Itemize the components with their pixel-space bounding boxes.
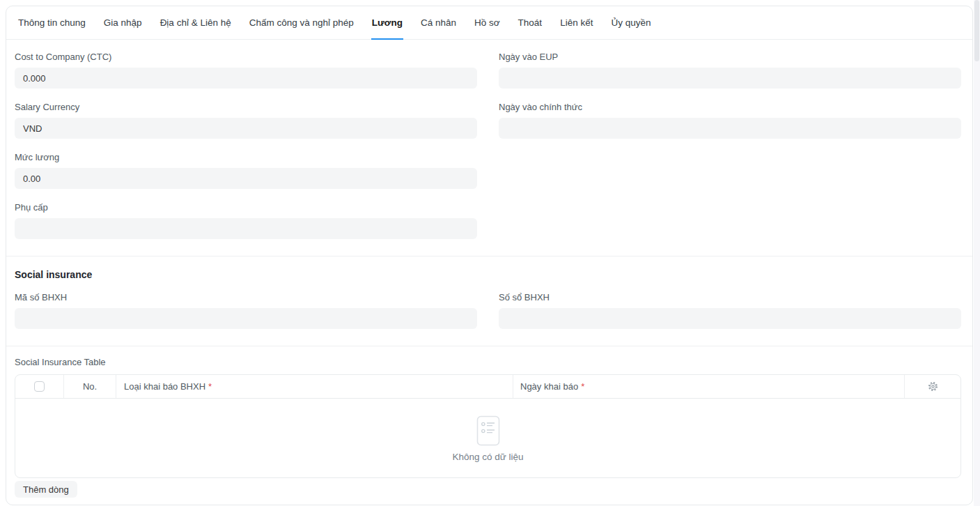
required-marker: * [581, 381, 584, 392]
field-so-so-bhxh: Số sổ BHXH [499, 292, 961, 329]
social-insurance-fields-grid: Mã số BHXH Số sổ BHXH [15, 292, 961, 342]
field-ctc-input[interactable] [15, 68, 477, 89]
tab-gia-nhap[interactable]: Gia nhập [95, 6, 151, 39]
add-row-button[interactable]: Thêm dòng [15, 481, 77, 498]
empty-grid-cell [499, 152, 961, 202]
tab-luong[interactable]: Lương [363, 6, 412, 39]
page-scrollbar-track[interactable] [974, 0, 980, 506]
field-ngay-vao-eup-input[interactable] [499, 68, 961, 89]
gear-icon [927, 381, 939, 392]
field-ctc-label: Cost to Company (CTC) [15, 52, 477, 62]
field-so-so-bhxh-input[interactable] [499, 308, 961, 329]
tab-ca-nhan[interactable]: Cá nhân [412, 6, 465, 39]
table-header-ngay-khai-bao: Ngày khai báo * [513, 375, 905, 398]
tab-cham-cong-nghi-phep[interactable]: Chấm công và nghỉ phép [240, 6, 363, 39]
table-header-no: No. [64, 375, 116, 398]
table-header-row: No. Loại khai báo BHXH * Ngày khai báo * [15, 375, 960, 399]
social-insurance-table: No. Loại khai báo BHXH * Ngày khai báo * [15, 374, 961, 478]
field-so-so-bhxh-label: Số sổ BHXH [499, 292, 961, 302]
tab-bar: Thông tin chung Gia nhập Địa chỉ & Liên … [6, 6, 972, 40]
field-ngay-vao-eup: Ngày vào EUP [499, 52, 961, 89]
field-salary-currency-label: Salary Currency [15, 102, 477, 112]
field-phu-cap-input[interactable] [15, 218, 477, 239]
empty-grid-cell [499, 202, 961, 252]
field-ctc: Cost to Company (CTC) [15, 52, 477, 89]
table-header-loai-khai-bao: Loại khai báo BHXH * [116, 375, 513, 398]
required-marker: * [208, 381, 212, 392]
field-ngay-vao-chinh-thuc-input[interactable] [499, 118, 961, 139]
field-muc-luong-label: Mức lương [15, 152, 477, 162]
field-ngay-vao-chinh-thuc: Ngày vào chính thức [499, 102, 961, 139]
table-settings-button[interactable] [926, 379, 940, 394]
tab-dia-chi-lien-he[interactable]: Địa chỉ & Liên hệ [151, 6, 240, 39]
table-empty-state: Không có dữ liệu [15, 399, 960, 477]
tab-ho-so[interactable]: Hồ sơ [465, 6, 509, 39]
social-insurance-table-label: Social Insurance Table [15, 357, 961, 367]
field-ngay-vao-eup-label: Ngày vào EUP [499, 52, 961, 62]
section-divider [6, 256, 972, 256]
field-salary-currency-input[interactable] [15, 118, 477, 139]
page-scrollbar-thumb[interactable] [974, 0, 979, 61]
table-header-select-all-cell [15, 375, 64, 398]
tab-thong-tin-chung[interactable]: Thông tin chung [9, 6, 95, 39]
section-divider [6, 346, 972, 346]
field-ma-so-bhxh: Mã số BHXH [15, 292, 477, 329]
salary-fields-grid: Cost to Company (CTC) Ngày vào EUP Salar… [15, 52, 961, 252]
table-header-settings-cell [905, 375, 960, 398]
table-header-loai-khai-bao-label: Loại khai báo BHXH [124, 381, 205, 392]
table-empty-text: Không có dữ liệu [452, 452, 523, 462]
select-all-checkbox[interactable] [34, 381, 45, 392]
field-ma-so-bhxh-input[interactable] [15, 308, 477, 329]
field-salary-currency: Salary Currency [15, 102, 477, 139]
tab-uy-quyen[interactable]: Ủy quyền [602, 6, 660, 39]
table-header-no-label: No. [83, 381, 97, 392]
field-muc-luong-input[interactable] [15, 168, 477, 189]
social-insurance-section-title: Social insurance [15, 269, 961, 280]
tab-thoat[interactable]: Thoát [509, 6, 552, 39]
form-card: Thông tin chung Gia nhập Địa chỉ & Liên … [6, 6, 973, 505]
tab-lien-ket[interactable]: Liên kết [551, 6, 602, 39]
table-header-ngay-khai-bao-label: Ngày khai báo [520, 381, 578, 392]
empty-list-icon [474, 415, 502, 447]
field-ngay-vao-chinh-thuc-label: Ngày vào chính thức [499, 102, 961, 112]
field-phu-cap-label: Phụ cấp [15, 202, 477, 213]
field-ma-so-bhxh-label: Mã số BHXH [15, 292, 477, 302]
field-phu-cap: Phụ cấp [15, 202, 477, 239]
field-muc-luong: Mức lương [15, 152, 477, 189]
